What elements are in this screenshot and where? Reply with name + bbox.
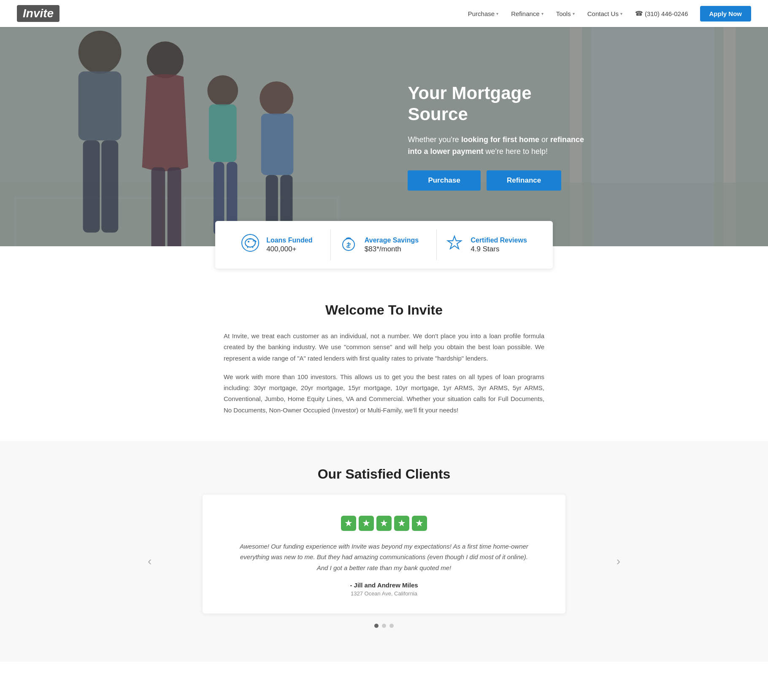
carousel-dot-2[interactable] [382,624,386,628]
site-logo[interactable]: Invite [17,5,59,22]
hero-title: Your Mortgage Source [408,83,593,125]
star-4: ★ [394,516,409,531]
rating-stars: ★ ★ ★ ★ ★ [236,516,532,531]
hero-subtitle: Whether you're looking for first home or… [408,134,593,158]
hero-overlay [0,27,768,246]
stat-avg-savings: Average Savings $83*/month [330,229,427,260]
stat-reviews-text: Certified Reviews 4.9 Stars [471,237,527,253]
clients-section: Our Satisfied Clients ‹ ★ ★ ★ ★ ★ Awesom… [0,441,768,662]
star-5: ★ [412,516,427,531]
stat-savings-value: $83*/month [365,245,419,253]
certified-star-icon [445,234,464,256]
chevron-down-icon: ▾ [573,11,575,16]
purchase-button[interactable]: Purchase [408,170,481,191]
money-bag-icon [339,234,358,256]
stats-bar: Loans Funded 400,000+ Average Savings $8… [215,221,553,269]
refinance-button[interactable]: Refinance [487,170,561,191]
stat-loans-value: 400,000+ [266,245,312,253]
carousel-prev-button[interactable]: ‹ [143,550,156,572]
star-1: ★ [341,516,356,531]
welcome-paragraph1: At Invite, we treat each customer as an … [224,331,544,364]
carousel-dot-1[interactable] [374,624,379,628]
testimonial-author: - Jill and Andrew Miles [236,582,532,589]
chevron-down-icon: ▾ [620,11,622,16]
chevron-down-icon: ▾ [496,11,498,16]
phone-icon: ☎ [635,10,643,17]
testimonial-text: Awesome! Our funding experience with Inv… [236,541,532,573]
piggy-bank-icon [241,234,260,256]
hero-buttons: Purchase Refinance [408,170,593,191]
nav-links: Purchase ▾ Refinance ▾ Tools ▾ Contact U… [463,6,751,22]
stat-savings-text: Average Savings $83*/month [365,237,419,253]
svg-point-24 [248,241,249,242]
welcome-paragraph2: We work with more than 100 investors. Th… [224,372,544,416]
svg-point-23 [245,239,255,247]
carousel-dot-3[interactable] [389,624,394,628]
navbar: Invite Purchase ▾ Refinance ▾ Tools ▾ Co… [0,0,768,27]
testimonial-location: 1327 Ocean Ave, California [236,590,532,597]
stat-reviews-value: 4.9 Stars [471,245,527,253]
clients-title: Our Satisfied Clients [8,466,760,482]
chevron-down-icon: ▾ [541,11,544,16]
nav-phone[interactable]: ☎ (310) 446-0246 [630,6,693,21]
hero-content: Your Mortgage Source Whether you're look… [399,74,602,199]
carousel-next-button[interactable]: › [612,550,625,572]
nav-refinance[interactable]: Refinance ▾ [506,7,549,21]
stat-loans-label: Loans Funded [266,237,312,244]
nav-tools[interactable]: Tools ▾ [551,7,580,21]
svg-point-22 [242,234,259,251]
nav-contact[interactable]: Contact Us ▾ [582,7,627,21]
stat-reviews-label: Certified Reviews [471,237,527,244]
stat-savings-label: Average Savings [365,237,419,244]
apply-now-button[interactable]: Apply Now [700,6,752,22]
carousel-dots [203,624,565,628]
star-2: ★ [359,516,374,531]
hero-section: Your Mortgage Source Whether you're look… [0,27,768,246]
welcome-title: Welcome To Invite [224,302,544,318]
stat-loans-funded: Loans Funded 400,000+ [233,229,321,260]
svg-marker-26 [448,236,461,249]
star-3: ★ [376,516,392,531]
stat-reviews: Certified Reviews 4.9 Stars [436,229,535,260]
testimonial-card: ★ ★ ★ ★ ★ Awesome! Our funding experienc… [203,495,565,614]
welcome-section: Welcome To Invite At Invite, we treat ea… [211,302,557,416]
nav-purchase[interactable]: Purchase ▾ [463,7,503,21]
stat-loans-text: Loans Funded 400,000+ [266,237,312,253]
